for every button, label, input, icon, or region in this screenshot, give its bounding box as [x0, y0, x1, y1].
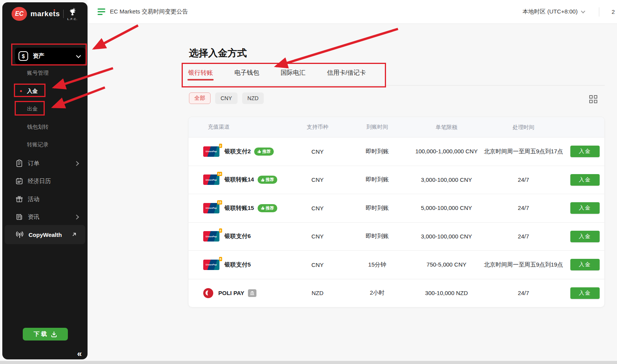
broadcast-icon: [15, 231, 24, 238]
download-button[interactable]: 下载: [23, 328, 68, 341]
sidebar-collapse-button[interactable]: «: [77, 349, 82, 359]
row-processing: 24/7: [481, 232, 566, 241]
grid-view-icon[interactable]: [589, 95, 597, 103]
page-title: 选择入金方式: [189, 47, 247, 59]
row-arrival: 即时到账: [342, 176, 412, 183]
deposit-button[interactable]: 入金: [570, 231, 600, 242]
table-row: UnionPay6 银联支付6 CNY 即时到账 3,000-100,000 C…: [189, 222, 604, 251]
sidebar-item-assets[interactable]: $ 资产: [15, 48, 86, 64]
tab-e-wallet[interactable]: 电子钱包: [234, 67, 259, 85]
deposit-button[interactable]: 入金: [570, 202, 600, 214]
row-limit: 3,000-100,000 CNY: [412, 176, 481, 184]
row-arrival: 即时到账: [342, 233, 412, 240]
chevron-right-icon: [74, 215, 79, 220]
announcement-text: EC Markets 交易时间变更公告: [110, 8, 188, 15]
tab-international-wire[interactable]: 国际电汇: [281, 67, 305, 85]
sidebar-item-economic-calendar[interactable]: 经济日历: [2, 176, 88, 186]
row-currency: CNY: [293, 233, 343, 240]
sidebar-item-withdraw[interactable]: 出金: [27, 106, 38, 112]
recommend-badge: 推荐: [258, 176, 277, 184]
unionpay-card-icon: UnionPay14: [203, 174, 219, 185]
sidebar-item-orders[interactable]: 订单: [2, 159, 88, 168]
sidebar-item-transfer-records[interactable]: 转账记录: [27, 141, 49, 148]
logo-divider: [63, 10, 64, 18]
calendar-icon: [15, 177, 23, 185]
table-row: UnionPay15 银联转账15 推荐 CNY 即时到账 5,000-100,…: [189, 194, 604, 222]
row-processing: 北京时间周一至周五9点到19点: [481, 260, 566, 269]
thumb-up-icon: [261, 206, 265, 210]
unionpay-card-icon: UnionPay2: [203, 146, 219, 157]
row-limit: 100,000-1,000,000 CNY: [412, 147, 481, 156]
gift-icon: [15, 195, 23, 203]
announcement-bar[interactable]: EC Markets 交易时间变更公告: [98, 0, 188, 23]
sidebar-item-label: 订单: [28, 160, 39, 167]
thumb-up-icon: [257, 149, 261, 153]
row-arrival: 即时到账: [342, 148, 412, 155]
sidebar-item-deposit[interactable]: 入金: [27, 88, 38, 95]
bank-icon: [248, 289, 256, 297]
deposit-button[interactable]: 入金: [570, 174, 600, 186]
row-arrival: 15分钟: [342, 261, 412, 268]
unionpay-card-icon: UnionPay15: [203, 203, 219, 213]
channel-number-badge: 6: [219, 228, 222, 233]
tab-credit-debit-card[interactable]: 信用卡/借记卡: [327, 67, 366, 85]
timezone-selector[interactable]: 本地时区 (UTC+8:00): [523, 0, 585, 23]
sidebar-item-label: 入金: [27, 88, 38, 94]
channel-name: POLI PAY: [218, 290, 244, 296]
sidebar-item-account-management[interactable]: 账号管理: [27, 70, 49, 77]
sidebar-item-label: 经济日历: [28, 178, 51, 185]
deposit-button[interactable]: 入金: [570, 259, 600, 270]
liver-bird-icon: [68, 7, 77, 18]
download-label: 下载: [34, 330, 49, 338]
recommend-badge: 推荐: [254, 148, 274, 156]
row-processing: 24/7: [481, 176, 566, 184]
header-limit: 单笔限额: [412, 123, 481, 131]
channel-name: 银联支付6: [224, 233, 251, 240]
recommend-badge: 推荐: [258, 204, 277, 212]
chevron-down-icon: [76, 53, 81, 58]
table-row: UnionPay14 银联转账14 推荐 CNY 即时到账 3,000-100,…: [189, 166, 604, 194]
channel-name: 银联转账15: [224, 205, 254, 212]
channel-number-badge: 14: [217, 172, 222, 176]
channel-number-badge: 15: [217, 200, 222, 205]
main-content: 选择入金方式 银行转账 电子钱包 国际电汇 信用卡/借记卡 全部 CNY NZD…: [88, 23, 617, 361]
sidebar-item-label: 资讯: [28, 213, 39, 221]
row-limit: 750-5,000 CNY: [412, 260, 481, 269]
filter-cny[interactable]: CNY: [215, 92, 238, 104]
brand-logo: EC markets L.F.C.: [12, 7, 78, 21]
row-limit: 5,000-100,000 CNY: [412, 204, 481, 212]
header-channel: 充值渠道: [189, 124, 293, 131]
header-arrival-time: 到账时间: [342, 124, 412, 131]
tab-bank-transfer[interactable]: 银行转账: [188, 67, 213, 85]
lfc-label: L.F.C.: [67, 17, 78, 21]
channel-name: 银联转账14: [224, 176, 254, 183]
chevron-down-icon: [581, 9, 585, 13]
channel-name: 银联支付5: [224, 261, 251, 268]
table-row: POLI PAY NZD 2小时 300-10,000 NZD 24/7 入金: [189, 279, 604, 307]
deposit-button[interactable]: 入金: [570, 146, 600, 157]
filter-all[interactable]: 全部: [189, 92, 211, 104]
page-bottom-strip: [0, 361, 617, 364]
row-currency: CNY: [293, 148, 343, 155]
deposit-button[interactable]: 入金: [570, 287, 600, 299]
download-icon: [51, 331, 57, 337]
sidebar-item-copywealth[interactable]: CopyWealth: [5, 225, 85, 244]
sidebar-item-label: 资产: [33, 52, 44, 60]
thumb-up-icon: [261, 178, 265, 182]
chevron-right-icon: [74, 161, 79, 166]
topbar-divider: [599, 7, 599, 17]
sidebar-item-activities[interactable]: 活动: [2, 195, 88, 204]
filter-nzd[interactable]: NZD: [242, 92, 264, 104]
row-processing: 北京时间周一至周五9点到17点: [481, 147, 566, 156]
deposit-method-tabs: 银行转账 电子钱包 国际电汇 信用卡/借记卡: [188, 67, 605, 86]
header-processing-time: 处理时间: [481, 123, 566, 131]
deposit-channels-table: 充值渠道 支持币种 到账时间 单笔限额 处理时间 UnionPay2 银联支付2…: [188, 117, 605, 307]
channel-name: 银联支付2: [224, 148, 251, 155]
row-currency: NZD: [293, 290, 343, 296]
sidebar-item-wallet-transfer[interactable]: 钱包划转: [27, 124, 49, 131]
poli-icon: [203, 288, 213, 298]
sidebar-item-news[interactable]: 资讯: [2, 212, 88, 221]
row-currency: CNY: [293, 205, 343, 211]
channel-number-badge: 2: [219, 144, 222, 148]
header-currency: 支持币种: [293, 124, 343, 131]
